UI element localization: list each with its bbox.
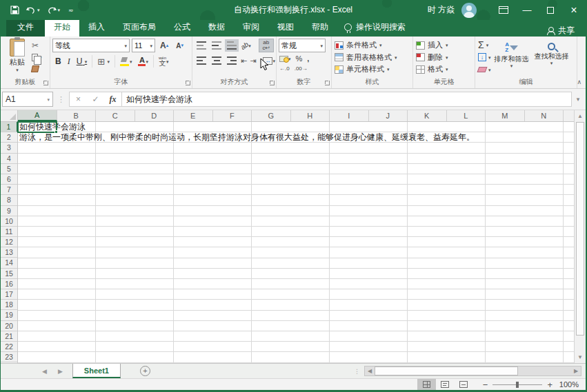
clear-button[interactable]: ▾: [478, 64, 491, 75]
select-all-button[interactable]: [1, 110, 18, 122]
vertical-scrollbar[interactable]: ▲ ▼: [574, 110, 586, 363]
page-break-view-button[interactable]: [455, 379, 473, 390]
row-header-3[interactable]: 3: [1, 143, 17, 153]
cells-area[interactable]: 如何快速学会游泳游泳，是一项柔中带刚、刚中带柔的时尚运动，长期坚持游泳对身体有很…: [18, 122, 574, 363]
align-center-button[interactable]: [210, 54, 223, 67]
scroll-up-arrow[interactable]: ▲: [575, 110, 586, 122]
decrease-decimal-button[interactable]: .00→: [294, 65, 308, 72]
sort-filter-dropdown-caret[interactable]: ▾: [510, 63, 513, 68]
row-header-1[interactable]: 1: [1, 122, 18, 132]
alignment-dialog-launcher[interactable]: [270, 81, 275, 85]
row-header-21[interactable]: 21: [1, 331, 17, 342]
zoom-out-button[interactable]: −: [483, 380, 488, 389]
new-sheet-button[interactable]: +: [140, 366, 150, 376]
font-size-combo[interactable]: 11▾: [132, 39, 155, 52]
cancel-entry-button[interactable]: ×: [70, 94, 87, 104]
column-header-partial[interactable]: [564, 110, 574, 121]
phonetic-guide-button[interactable]: wén文▾: [156, 54, 172, 68]
sort-filter-button[interactable]: AZ 排序和筛选 ▾: [493, 39, 531, 76]
borders-button[interactable]: ⊞ ▾: [94, 54, 112, 68]
undo-dropdown-caret[interactable]: ▾: [37, 8, 40, 13]
decrease-font-button[interactable]: A▾: [173, 41, 186, 51]
fill-button[interactable]: ↓▾: [478, 52, 491, 63]
clear-dropdown-caret[interactable]: ▾: [488, 68, 491, 72]
increase-indent-button[interactable]: ⇥: [249, 56, 257, 66]
row-header-23[interactable]: 23: [1, 352, 17, 362]
vertical-scroll-thumb[interactable]: [576, 122, 584, 336]
ribbon-tab-数据[interactable]: 数据: [199, 19, 234, 37]
cut-button[interactable]: ✂: [32, 41, 42, 50]
tell-me-search[interactable]: 操作说明搜索: [337, 19, 412, 37]
name-box[interactable]: A1▾: [2, 92, 53, 107]
paste-dropdown-caret[interactable]: ▾: [16, 68, 19, 72]
zoom-in-button[interactable]: +: [547, 380, 553, 389]
top-align-button[interactable]: [195, 39, 208, 52]
number-dialog-launcher[interactable]: [325, 81, 330, 85]
decrease-indent-button[interactable]: ⇤: [240, 56, 248, 66]
share-button[interactable]: 共享: [546, 25, 586, 37]
undo-button[interactable]: ▾: [26, 6, 40, 14]
formula-bar-grip[interactable]: ⋮: [53, 95, 69, 104]
align-left-button[interactable]: [195, 54, 208, 67]
delete-cells-button[interactable]: 删除▾: [416, 52, 472, 63]
bottom-align-button[interactable]: [225, 39, 239, 52]
column-header-B[interactable]: B: [57, 110, 97, 121]
horizontal-scrollbar[interactable]: ◀ ▶: [364, 366, 581, 376]
underline-dropdown-caret[interactable]: ▾: [85, 59, 88, 64]
zoom-slider-thumb[interactable]: [516, 382, 519, 388]
qat-customize-button[interactable]: ≂: [67, 7, 74, 14]
maximize-button[interactable]: [539, 0, 562, 20]
row-header-18[interactable]: 18: [1, 300, 17, 310]
align-right-button[interactable]: [225, 54, 239, 67]
close-button[interactable]: ×: [562, 0, 586, 20]
row-header-7[interactable]: 7: [1, 185, 17, 195]
ribbon-tab-公式[interactable]: 公式: [165, 19, 199, 37]
italic-button[interactable]: I: [65, 54, 73, 68]
scroll-right-arrow[interactable]: ▶: [571, 368, 581, 374]
scroll-down-arrow[interactable]: ▼: [575, 351, 586, 363]
row-header-12[interactable]: 12: [1, 237, 17, 247]
column-header-K[interactable]: K: [408, 110, 447, 121]
row-header-17[interactable]: 17: [1, 289, 17, 300]
format-as-table-button[interactable]: 套用表格格式▾: [335, 52, 410, 63]
horizontal-scroll-thumb[interactable]: [375, 367, 518, 375]
normal-view-button[interactable]: [417, 379, 436, 390]
row-header-19[interactable]: 19: [1, 310, 17, 320]
ribbon-display-options-button[interactable]: [492, 0, 515, 20]
column-header-L[interactable]: L: [447, 110, 486, 121]
zoom-level[interactable]: 100%: [558, 380, 586, 389]
row-header-9[interactable]: 9: [1, 206, 17, 216]
row-header-2[interactable]: 2: [1, 132, 17, 143]
collapse-ribbon-button[interactable]: ∧: [577, 79, 581, 85]
row-header-20[interactable]: 20: [1, 321, 17, 331]
number-format-combo[interactable]: 常规▾: [279, 39, 326, 52]
autosum-button[interactable]: Σ▾: [478, 39, 491, 50]
insert-function-button[interactable]: fx: [104, 94, 121, 105]
column-header-D[interactable]: D: [135, 110, 175, 121]
conditional-formatting-button[interactable]: 条件格式▾: [335, 39, 410, 51]
ribbon-tab-开始[interactable]: 开始: [45, 19, 79, 37]
formula-input[interactable]: 如何快速学会游泳: [122, 92, 572, 107]
row-header-4[interactable]: 4: [1, 154, 17, 164]
middle-align-button[interactable]: [210, 39, 223, 52]
page-layout-view-button[interactable]: [436, 379, 455, 390]
prev-sheet-button[interactable]: ◀: [42, 368, 47, 375]
merge-center-button[interactable]: ↔▾: [262, 56, 276, 65]
row-header-11[interactable]: 11: [1, 227, 17, 237]
scroll-left-arrow[interactable]: ◀: [365, 368, 375, 374]
cell-styles-button[interactable]: 单元格样式▾: [335, 63, 410, 75]
column-header-F[interactable]: F: [213, 110, 252, 121]
borders-dropdown-caret[interactable]: ▾: [107, 59, 110, 64]
wrap-text-button[interactable]: abc↩: [259, 39, 274, 52]
font-color-dropdown-caret[interactable]: ▾: [146, 59, 148, 64]
avatar[interactable]: [461, 3, 477, 18]
clipboard-dialog-launcher[interactable]: [43, 81, 48, 85]
comma-style-button[interactable]: ,: [306, 54, 310, 63]
increase-font-button[interactable]: A▴: [157, 39, 171, 52]
font-name-combo[interactable]: 等线▾: [52, 39, 130, 52]
zoom-slider[interactable]: [493, 384, 542, 385]
find-select-button[interactable]: 查找和选择 ▾: [533, 39, 571, 76]
font-color-button[interactable]: A▾: [135, 54, 151, 68]
row-header-10[interactable]: 10: [1, 216, 17, 227]
format-painter-button[interactable]: [32, 64, 42, 74]
